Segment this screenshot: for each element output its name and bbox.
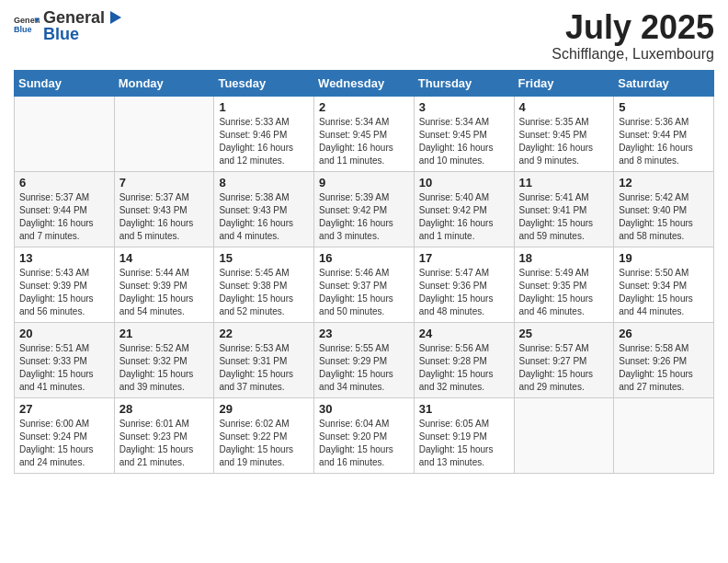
logo-text-general: General xyxy=(43,9,105,26)
calendar-cell: 13Sunrise: 5:43 AM Sunset: 9:39 PM Dayli… xyxy=(15,247,115,322)
calendar-cell: 5Sunrise: 5:36 AM Sunset: 9:44 PM Daylig… xyxy=(614,96,714,171)
calendar-cell: 4Sunrise: 5:35 AM Sunset: 9:45 PM Daylig… xyxy=(514,96,614,171)
logo-icon: General Blue xyxy=(14,13,40,39)
calendar-cell: 17Sunrise: 5:47 AM Sunset: 9:36 PM Dayli… xyxy=(414,247,514,322)
day-number: 29 xyxy=(219,402,309,416)
logo-arrow-icon xyxy=(107,9,123,26)
calendar-cell: 18Sunrise: 5:49 AM Sunset: 9:35 PM Dayli… xyxy=(514,247,614,322)
day-info: Sunrise: 5:53 AM Sunset: 9:31 PM Dayligh… xyxy=(219,342,309,394)
calendar-cell xyxy=(15,96,115,171)
day-info: Sunrise: 5:37 AM Sunset: 9:43 PM Dayligh… xyxy=(119,191,210,243)
day-number: 30 xyxy=(319,402,409,416)
subtitle: Schifflange, Luxembourg xyxy=(552,46,714,63)
calendar-cell: 14Sunrise: 5:44 AM Sunset: 9:39 PM Dayli… xyxy=(114,247,214,322)
calendar-header-monday: Monday xyxy=(114,70,214,96)
day-number: 8 xyxy=(219,176,309,190)
day-info: Sunrise: 5:56 AM Sunset: 9:28 PM Dayligh… xyxy=(419,342,509,394)
calendar-cell: 16Sunrise: 5:46 AM Sunset: 9:37 PM Dayli… xyxy=(314,247,415,322)
calendar-cell: 22Sunrise: 5:53 AM Sunset: 9:31 PM Dayli… xyxy=(214,322,314,397)
day-number: 1 xyxy=(219,100,309,114)
calendar-cell: 30Sunrise: 6:04 AM Sunset: 9:20 PM Dayli… xyxy=(314,397,415,473)
day-number: 9 xyxy=(319,176,409,190)
svg-text:Blue: Blue xyxy=(14,25,32,34)
day-number: 11 xyxy=(519,176,609,190)
calendar-week-row: 13Sunrise: 5:43 AM Sunset: 9:39 PM Dayli… xyxy=(15,247,714,322)
day-number: 2 xyxy=(319,100,409,114)
logo-text-blue: Blue xyxy=(43,26,123,42)
day-info: Sunrise: 5:51 AM Sunset: 9:33 PM Dayligh… xyxy=(19,342,109,394)
calendar-header-row: SundayMondayTuesdayWednesdayThursdayFrid… xyxy=(15,70,714,96)
day-info: Sunrise: 5:57 AM Sunset: 9:27 PM Dayligh… xyxy=(519,342,609,394)
day-info: Sunrise: 5:55 AM Sunset: 9:29 PM Dayligh… xyxy=(319,342,409,394)
day-number: 28 xyxy=(119,402,210,416)
day-info: Sunrise: 5:40 AM Sunset: 9:42 PM Dayligh… xyxy=(419,191,509,243)
day-info: Sunrise: 5:39 AM Sunset: 9:42 PM Dayligh… xyxy=(319,191,409,243)
calendar-cell: 31Sunrise: 6:05 AM Sunset: 9:19 PM Dayli… xyxy=(414,397,514,473)
calendar-cell: 23Sunrise: 5:55 AM Sunset: 9:29 PM Dayli… xyxy=(314,322,415,397)
calendar-week-row: 1Sunrise: 5:33 AM Sunset: 9:46 PM Daylig… xyxy=(15,96,714,171)
calendar-week-row: 20Sunrise: 5:51 AM Sunset: 9:33 PM Dayli… xyxy=(15,322,714,397)
day-number: 15 xyxy=(219,251,309,265)
day-info: Sunrise: 6:00 AM Sunset: 9:24 PM Dayligh… xyxy=(19,418,109,469)
day-number: 26 xyxy=(619,327,709,340)
day-info: Sunrise: 5:46 AM Sunset: 9:37 PM Dayligh… xyxy=(319,267,409,318)
svg-marker-3 xyxy=(110,11,121,24)
calendar-header-thursday: Thursday xyxy=(414,70,514,96)
day-number: 10 xyxy=(419,176,509,190)
calendar-header-friday: Friday xyxy=(514,70,614,96)
calendar-cell: 25Sunrise: 5:57 AM Sunset: 9:27 PM Dayli… xyxy=(514,322,614,397)
day-number: 3 xyxy=(419,100,509,114)
day-number: 24 xyxy=(419,327,509,340)
page-header: General Blue General Blue July 2025 Schi… xyxy=(14,9,714,63)
day-number: 14 xyxy=(119,251,210,265)
calendar-week-row: 27Sunrise: 6:00 AM Sunset: 9:24 PM Dayli… xyxy=(15,397,714,473)
calendar-cell: 15Sunrise: 5:45 AM Sunset: 9:38 PM Dayli… xyxy=(214,247,314,322)
day-info: Sunrise: 6:02 AM Sunset: 9:22 PM Dayligh… xyxy=(219,418,309,469)
day-info: Sunrise: 6:01 AM Sunset: 9:23 PM Dayligh… xyxy=(119,418,210,469)
day-info: Sunrise: 6:05 AM Sunset: 9:19 PM Dayligh… xyxy=(419,418,509,469)
day-info: Sunrise: 5:45 AM Sunset: 9:38 PM Dayligh… xyxy=(219,267,309,318)
day-number: 12 xyxy=(619,176,709,190)
day-info: Sunrise: 5:34 AM Sunset: 9:45 PM Dayligh… xyxy=(419,116,509,167)
calendar-header-tuesday: Tuesday xyxy=(214,70,314,96)
day-info: Sunrise: 5:50 AM Sunset: 9:34 PM Dayligh… xyxy=(619,267,709,318)
day-info: Sunrise: 5:44 AM Sunset: 9:39 PM Dayligh… xyxy=(119,267,210,318)
calendar-cell: 27Sunrise: 6:00 AM Sunset: 9:24 PM Dayli… xyxy=(15,397,115,473)
calendar-cell: 19Sunrise: 5:50 AM Sunset: 9:34 PM Dayli… xyxy=(614,247,714,322)
day-number: 25 xyxy=(519,327,609,340)
day-info: Sunrise: 5:41 AM Sunset: 9:41 PM Dayligh… xyxy=(519,191,609,243)
day-info: Sunrise: 5:47 AM Sunset: 9:36 PM Dayligh… xyxy=(419,267,509,318)
day-number: 21 xyxy=(119,327,210,340)
day-number: 22 xyxy=(219,327,309,340)
day-info: Sunrise: 5:42 AM Sunset: 9:40 PM Dayligh… xyxy=(619,191,709,243)
calendar-cell: 26Sunrise: 5:58 AM Sunset: 9:26 PM Dayli… xyxy=(614,322,714,397)
calendar-cell: 12Sunrise: 5:42 AM Sunset: 9:40 PM Dayli… xyxy=(614,171,714,247)
day-number: 17 xyxy=(419,251,509,265)
calendar-cell xyxy=(614,397,714,473)
day-number: 16 xyxy=(319,251,409,265)
calendar-header-wednesday: Wednesday xyxy=(314,70,415,96)
day-number: 7 xyxy=(119,176,210,190)
day-info: Sunrise: 5:37 AM Sunset: 9:44 PM Dayligh… xyxy=(19,191,109,243)
calendar-cell: 10Sunrise: 5:40 AM Sunset: 9:42 PM Dayli… xyxy=(414,171,514,247)
calendar-cell: 7Sunrise: 5:37 AM Sunset: 9:43 PM Daylig… xyxy=(114,171,214,247)
day-info: Sunrise: 6:04 AM Sunset: 9:20 PM Dayligh… xyxy=(319,418,409,469)
day-info: Sunrise: 5:49 AM Sunset: 9:35 PM Dayligh… xyxy=(519,267,609,318)
day-number: 31 xyxy=(419,402,509,416)
calendar-cell: 2Sunrise: 5:34 AM Sunset: 9:45 PM Daylig… xyxy=(314,96,415,171)
day-info: Sunrise: 5:43 AM Sunset: 9:39 PM Dayligh… xyxy=(19,267,109,318)
title-block: July 2025 Schifflange, Luxembourg xyxy=(552,9,714,63)
day-info: Sunrise: 5:36 AM Sunset: 9:44 PM Dayligh… xyxy=(619,116,709,167)
calendar-cell: 8Sunrise: 5:38 AM Sunset: 9:43 PM Daylig… xyxy=(214,171,314,247)
day-number: 13 xyxy=(19,251,109,265)
day-number: 19 xyxy=(619,251,709,265)
day-number: 4 xyxy=(519,100,609,114)
day-info: Sunrise: 5:33 AM Sunset: 9:46 PM Dayligh… xyxy=(219,116,309,167)
day-info: Sunrise: 5:34 AM Sunset: 9:45 PM Dayligh… xyxy=(319,116,409,167)
calendar-cell: 11Sunrise: 5:41 AM Sunset: 9:41 PM Dayli… xyxy=(514,171,614,247)
calendar-week-row: 6Sunrise: 5:37 AM Sunset: 9:44 PM Daylig… xyxy=(15,171,714,247)
calendar-cell: 24Sunrise: 5:56 AM Sunset: 9:28 PM Dayli… xyxy=(414,322,514,397)
calendar-cell: 1Sunrise: 5:33 AM Sunset: 9:46 PM Daylig… xyxy=(214,96,314,171)
day-info: Sunrise: 5:38 AM Sunset: 9:43 PM Dayligh… xyxy=(219,191,309,243)
day-info: Sunrise: 5:35 AM Sunset: 9:45 PM Dayligh… xyxy=(519,116,609,167)
